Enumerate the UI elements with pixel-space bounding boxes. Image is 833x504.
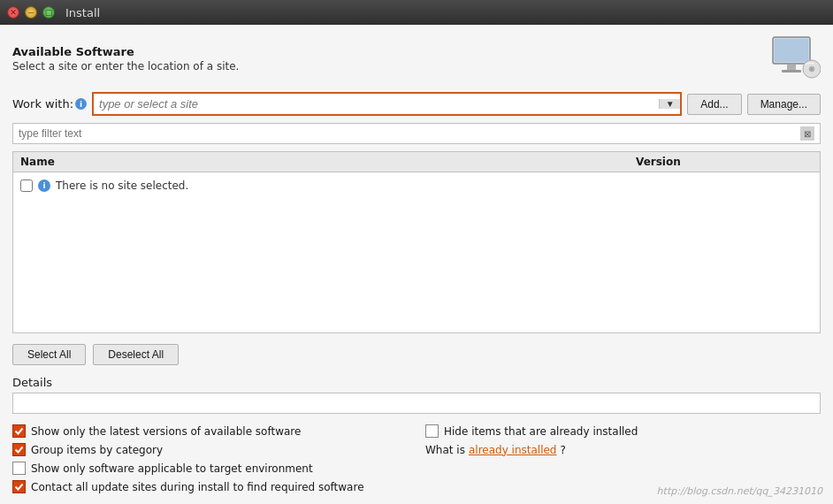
option-show-applicable: Show only software applicable to target …: [12, 462, 408, 475]
svg-rect-2: [787, 65, 796, 70]
show-applicable-label: Show only software applicable to target …: [31, 462, 313, 475]
svg-rect-3: [782, 70, 801, 73]
add-button[interactable]: Add...: [687, 94, 741, 115]
details-section: Details: [12, 376, 821, 414]
titlebar: ✕ − □ Install: [0, 0, 833, 25]
dialog-body: Available Software Select a site or ente…: [0, 25, 833, 504]
table-body: i There is no site selected.: [13, 172, 820, 332]
site-combo: ▼: [92, 92, 682, 116]
minimize-button[interactable]: −: [25, 6, 37, 19]
group-category-label: Group items by category: [31, 444, 163, 456]
contact-sites-label: Contact all update sites during install …: [31, 481, 364, 493]
header-section: Available Software Select a site or ente…: [12, 35, 821, 81]
row-text: There is no site selected.: [56, 179, 188, 192]
question-mark: ?: [560, 444, 565, 456]
row-info-icon: i: [38, 179, 50, 192]
site-dropdown-button[interactable]: ▼: [659, 99, 680, 109]
option-hide-installed: Hide items that are already installed: [425, 424, 821, 438]
manage-button[interactable]: Manage...: [747, 94, 821, 115]
option-group-category: Group items by category: [12, 443, 408, 456]
filter-input[interactable]: [19, 127, 800, 140]
details-label: Details: [12, 376, 821, 389]
group-category-checkbox[interactable]: [12, 443, 26, 456]
available-software-title: Available Software: [12, 45, 239, 58]
work-with-row: Work with: i ▼ Add... Manage...: [12, 92, 821, 116]
already-installed-row: What is already installed ?: [425, 443, 821, 456]
header-text: Available Software Select a site or ente…: [12, 45, 239, 73]
table-header: Name Version: [13, 152, 820, 172]
already-installed-link[interactable]: already installed: [469, 444, 557, 456]
table-row: i There is no site selected.: [20, 178, 813, 194]
col-version-header: Version: [636, 156, 813, 168]
selection-buttons-row: Select All Deselect All: [12, 340, 821, 369]
close-button[interactable]: ✕: [7, 6, 19, 19]
col-name-header: Name: [20, 156, 636, 168]
software-table: Name Version i There is no site selected…: [12, 151, 821, 333]
option-show-latest: Show only the latest versions of availab…: [12, 424, 408, 438]
svg-point-6: [811, 68, 814, 71]
site-input[interactable]: [94, 94, 659, 114]
show-latest-label: Show only the latest versions of availab…: [31, 425, 301, 438]
contact-sites-checkbox[interactable]: [12, 480, 26, 493]
deselect-all-button[interactable]: Deselect All: [93, 344, 179, 365]
subtitle-text: Select a site or enter the location of a…: [12, 60, 239, 73]
maximize-button[interactable]: □: [42, 6, 55, 19]
show-applicable-checkbox[interactable]: [12, 462, 26, 475]
row-checkbox[interactable]: [20, 179, 33, 192]
clear-filter-button[interactable]: ⊠: [800, 126, 814, 141]
hide-installed-checkbox[interactable]: [425, 424, 439, 438]
hide-installed-label: Hide items that are already installed: [444, 425, 638, 438]
options-grid: Show only the latest versions of availab…: [12, 424, 821, 493]
work-with-label: Work with: i: [12, 97, 87, 111]
work-with-info-icon[interactable]: i: [75, 98, 87, 110]
empty-cell: [425, 462, 821, 475]
watermark-text: http://blog.csdn.net/qq_34231010: [657, 485, 822, 497]
window-title: Install: [65, 6, 100, 19]
show-latest-checkbox[interactable]: [12, 424, 26, 438]
computer-icon: [769, 35, 821, 81]
what-is-text: What is: [425, 444, 465, 456]
svg-rect-1: [775, 39, 808, 62]
select-all-button[interactable]: Select All: [12, 344, 86, 365]
details-box: [12, 393, 821, 414]
filter-row: ⊠: [12, 123, 821, 144]
